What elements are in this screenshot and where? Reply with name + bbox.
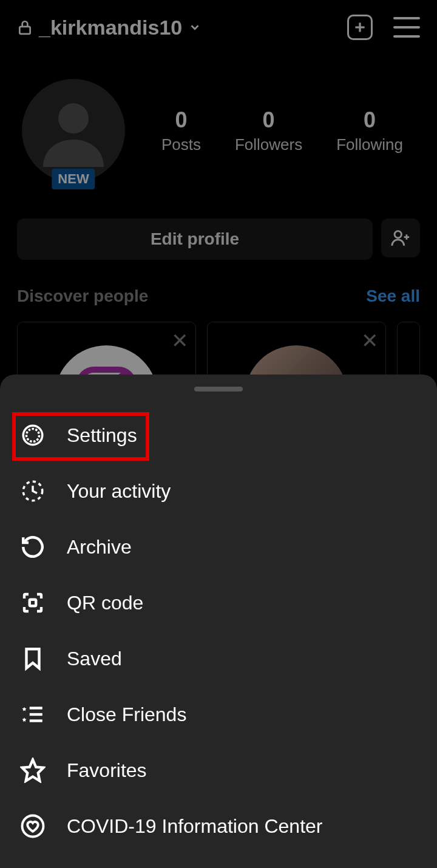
heart-circle-icon bbox=[19, 813, 46, 839]
menu-label: Close Friends bbox=[67, 704, 186, 726]
svg-point-11 bbox=[27, 429, 39, 442]
menu-label: Favorites bbox=[67, 759, 147, 782]
following-label: Following bbox=[336, 135, 403, 154]
edit-profile-button[interactable]: Edit profile bbox=[17, 219, 373, 260]
menu-label: Settings bbox=[67, 424, 137, 447]
posts-label: Posts bbox=[161, 135, 201, 154]
star-icon bbox=[19, 757, 46, 784]
account-switcher[interactable]: _kirkmandis10 bbox=[17, 16, 202, 39]
sheet-grabber[interactable] bbox=[194, 387, 243, 392]
gear-icon bbox=[19, 422, 46, 449]
menu-label: Archive bbox=[67, 536, 132, 558]
bookmark-icon bbox=[19, 645, 46, 672]
menu-label: Saved bbox=[67, 648, 122, 670]
archive-icon bbox=[19, 534, 46, 560]
menu-covid-info[interactable]: COVID-19 Information Center bbox=[0, 798, 437, 854]
followers-label: Followers bbox=[235, 135, 302, 154]
create-button[interactable] bbox=[347, 15, 373, 40]
close-icon[interactable]: ✕ bbox=[171, 328, 188, 353]
menu-qr-code[interactable]: QR code bbox=[0, 575, 437, 631]
bottom-sheet: Settings Your activity Archive QR code S… bbox=[0, 375, 437, 868]
menu-settings[interactable]: Settings bbox=[0, 407, 437, 463]
svg-rect-0 bbox=[19, 27, 30, 34]
svg-point-18 bbox=[22, 816, 44, 837]
menu-button[interactable] bbox=[393, 17, 420, 38]
menu-label: QR code bbox=[67, 592, 143, 614]
menu-your-activity[interactable]: Your activity bbox=[0, 463, 437, 519]
avatar bbox=[22, 79, 125, 182]
qr-icon bbox=[19, 589, 46, 616]
following-count: 0 bbox=[336, 107, 403, 133]
menu-label: Your activity bbox=[67, 480, 171, 503]
discover-people-button[interactable] bbox=[381, 219, 420, 257]
svg-point-4 bbox=[395, 231, 401, 238]
discover-title: Discover people bbox=[17, 287, 148, 306]
menu-saved[interactable]: Saved bbox=[0, 631, 437, 687]
followers-count: 0 bbox=[235, 107, 302, 133]
menu-label: COVID-19 Information Center bbox=[67, 815, 323, 838]
avatar-container[interactable]: NEW bbox=[22, 79, 125, 182]
posts-stat[interactable]: 0 Posts bbox=[161, 107, 201, 154]
see-all-link[interactable]: See all bbox=[366, 287, 420, 306]
svg-marker-17 bbox=[22, 760, 44, 781]
profile-header: _kirkmandis10 bbox=[0, 0, 437, 49]
lock-icon bbox=[17, 18, 33, 37]
list-star-icon bbox=[19, 701, 46, 728]
close-icon[interactable]: ✕ bbox=[361, 328, 378, 353]
following-stat[interactable]: 0 Following bbox=[336, 107, 403, 154]
chevron-down-icon bbox=[188, 21, 202, 34]
username: _kirkmandis10 bbox=[39, 16, 182, 39]
followers-stat[interactable]: 0 Followers bbox=[235, 107, 302, 154]
svg-point-3 bbox=[58, 103, 89, 134]
new-badge: NEW bbox=[52, 169, 95, 189]
menu-favorites[interactable]: Favorites bbox=[0, 742, 437, 798]
profile-summary: NEW 0 Posts 0 Followers 0 Following bbox=[0, 49, 437, 200]
menu-archive[interactable]: Archive bbox=[0, 519, 437, 575]
posts-count: 0 bbox=[161, 107, 201, 133]
activity-icon bbox=[19, 478, 46, 504]
svg-rect-13 bbox=[30, 600, 36, 606]
menu-close-friends[interactable]: Close Friends bbox=[0, 687, 437, 742]
